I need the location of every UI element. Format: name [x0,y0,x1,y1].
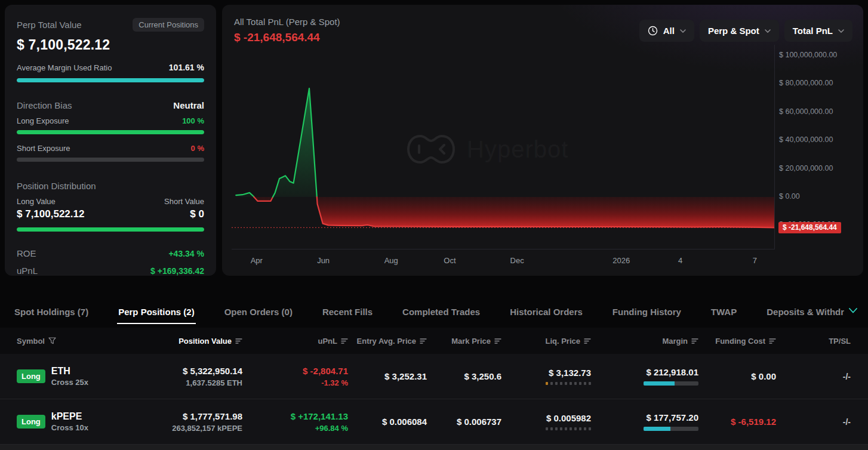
chevron-down-icon [765,29,771,33]
scope-dropdown[interactable]: Perp & Spot [700,20,779,42]
position-value-cell: $ 5,322,950.141,637.5285 ETH [149,366,242,387]
metric-dropdown[interactable]: Total PnL [784,20,852,42]
x-axis-tick: Oct [444,256,455,265]
column-header-symbol[interactable]: Symbol [17,337,149,346]
y-axis-tick: $ 20,000,000.00 [779,164,833,172]
column-header-mark-price[interactable]: Mark Price [427,337,501,346]
liq-risk-dots [546,382,591,385]
side-badge: Long [17,415,45,429]
entry-price-cell: $ 0.006084 [348,417,427,427]
perp-total-value: $ 7,100,522.12 [17,37,204,53]
entry-avg-price: $ 3,252.31 [384,371,427,381]
entry-price-cell: $ 3,252.31 [348,371,427,381]
table-body: LongETHCross 25x$ 5,322,950.141,637.5285… [0,354,868,445]
roe-value: +43.34 % [168,249,204,258]
margin-value: $ 212,918.01 [646,367,698,377]
leverage-label: Cross 25x [51,378,88,387]
metric-value: Total PnL [793,26,833,36]
chart-total-pnl-value: $ -21,648,564.44 [234,31,340,44]
column-label: Margin [662,337,688,346]
mark-price: $ 3,250.6 [464,371,501,381]
tab-completed-trades[interactable]: Completed Trades [401,298,481,324]
sort-icon [584,338,591,344]
short-value-label: Short Value [164,197,204,206]
tpsl-value: -/- [843,417,851,427]
scope-value: Perp & Spot [708,26,759,36]
long-exposure-value: 100 % [182,116,204,125]
liq-price-cell: $ 0.005982 [501,413,591,430]
x-axis-tick: 4 [678,256,682,265]
tpsl-cell: -/- [776,417,851,427]
bottom-strip [0,445,868,450]
funding-cost-cell: $ -6,519.12 [698,417,776,427]
tab-funding-history[interactable]: Funding History [611,298,682,324]
tpsl-value: -/- [843,372,851,381]
margin-cell: $ 177,757.20 [591,412,698,431]
y-axis-tick: $ 0.00 [779,192,800,201]
column-label: TP/SL [829,337,851,346]
funding-cost-cell: $ 0.00 [698,371,776,381]
chart-filters: All Perp & Spot Total PnL [639,20,852,42]
margin-value: $ 177,757.20 [646,412,698,423]
pnl-chart[interactable] [232,45,774,249]
column-label: uPnL [318,337,338,346]
liq-price: $ 3,132.73 [549,368,591,378]
side-badge: Long [17,369,45,383]
direction-bias-label: Direction Bias [17,100,72,110]
mark-price-cell: $ 3,250.6 [427,371,501,381]
column-header-entry-avg-price[interactable]: Entry Avg. Price [348,337,427,346]
position-size: 263,852,157 kPEPE [172,424,242,433]
current-positions-badge: Current Positions [133,18,204,32]
column-header-funding-cost[interactable]: Funding Cost [698,337,776,346]
avg-margin-ratio-label: Average Margin Used Ratio [17,63,112,72]
tab-open-orders[interactable]: Open Orders (0) [223,298,294,324]
time-range-dropdown[interactable]: All [639,20,694,42]
x-axis-tick: Aug [384,256,398,265]
column-label: Mark Price [451,337,491,346]
position-value: $ 5,322,950.14 [183,366,242,376]
tab-historical-orders[interactable]: Historical Orders [509,298,584,324]
position-row-ETH: LongETHCross 25x$ 5,322,950.141,637.5285… [0,354,868,399]
column-header-tp-sl[interactable]: TP/SL [776,337,851,346]
tab-deposits-withdrawals[interactable]: Deposits & Withdrawals [765,298,844,324]
column-label: Funding Cost [715,337,765,346]
short-value: $ 0 [190,208,204,220]
tab-twap[interactable]: TWAP [710,298,738,324]
upnl-percent: -1.32 % [321,378,348,387]
upnl-value: $ +169,336.42 [150,266,204,276]
column-header-margin[interactable]: Margin [591,337,698,346]
sort-icon [341,338,348,344]
tab-recent-fills[interactable]: Recent Fills [321,298,374,324]
column-header-liq-price[interactable]: Liq. Price [501,337,591,346]
tabs-overflow-chevron-icon[interactable] [849,308,857,313]
leverage-label: Cross 10x [51,423,88,432]
column-header-upnl[interactable]: uPnL [242,337,348,346]
avg-margin-ratio-value: 101.61 % [169,63,204,72]
long-exposure-bar [17,130,204,134]
pnl-chart-card: All Total PnL (Perp & Spot) $ -21,648,56… [222,5,863,276]
upnl-label: uPnL [17,266,38,276]
tab-spot-holdings[interactable]: Spot Holdings (7) [13,298,90,324]
long-value-label: Long Value [17,197,56,206]
upnl-cell: $ -2,804.71-1.32 % [242,366,348,387]
sort-icon [691,338,698,344]
column-header-position-value[interactable]: Position Value [149,337,242,346]
chevron-down-icon [838,29,844,33]
clock-icon [648,26,658,36]
short-exposure-value: 0 % [191,144,204,153]
sort-icon [494,338,501,344]
liq-price-cell: $ 3,132.73 [501,368,591,385]
long-value: $ 7,100,522.12 [17,208,84,220]
column-label: Liq. Price [545,337,580,346]
direction-bias-value: Neutral [173,100,204,110]
entry-avg-price: $ 0.006084 [382,417,427,427]
sort-icon [420,338,427,344]
liq-price: $ 0.005982 [546,413,591,423]
chart-title: All Total PnL (Perp & Spot) [234,17,340,27]
position-size: 1,637.5285 ETH [186,378,242,387]
mark-price-cell: $ 0.006737 [427,417,501,427]
plot-right-border [774,45,775,249]
x-axis-tick: 7 [753,256,757,265]
tab-perp-positions[interactable]: Perp Positions (2) [117,298,196,324]
position-value: $ 1,777,571.98 [183,411,242,421]
